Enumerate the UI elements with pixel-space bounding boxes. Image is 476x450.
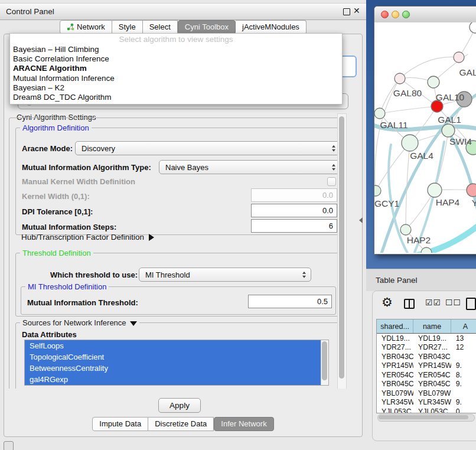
network-node-hap2[interactable] [400, 224, 411, 235]
mi-threshold-field[interactable]: 0.5 [248, 295, 332, 308]
network-window-titlebar[interactable] [374, 6, 476, 23]
algorithm-definition-group: Algorithm Definition Aracne Mode: Discov… [15, 128, 343, 235]
network-canvas[interactable]: GALGAL80GAL10GAL1GAL11SWI4GAL4GCY1HAP4YH… [374, 22, 476, 253]
column-header-shared[interactable]: shared... [377, 319, 413, 333]
threshold-definition-legend: Threshold Definition [20, 249, 93, 257]
column-header-a[interactable]: A [451, 319, 476, 333]
deselect-all-checkboxes-icon[interactable]: ☐☐ [445, 298, 461, 307]
attributes-scrollbar-thumb[interactable] [322, 341, 327, 380]
network-node-gal10[interactable] [428, 76, 439, 88]
tab-jactivemnodules[interactable]: jActiveMNodules [236, 20, 307, 34]
table-row[interactable]: YDR27...YDR27...12 [377, 343, 476, 353]
algorithm-option-dream8-dc-tdc-algorithm[interactable]: Dream8 DC_TDC Algorithm [10, 93, 342, 102]
table-row[interactable]: YER054CYER054C8. [377, 370, 476, 380]
network-node[interactable] [470, 22, 476, 33]
tab-style[interactable]: Style [112, 20, 143, 34]
tab-select[interactable]: Select [143, 20, 178, 34]
tab-impute-data[interactable]: Impute Data [92, 417, 148, 431]
columns-icon[interactable] [404, 299, 415, 309]
table-cell: YBL079W [377, 389, 413, 398]
attribute-item-betweennesscentrality[interactable]: BetweennessCentrality [25, 363, 328, 374]
float-window-icon[interactable] [343, 8, 350, 15]
dpi-tolerance-field[interactable]: 0.0 [251, 204, 337, 217]
table-cell [451, 352, 476, 361]
network-node-gal4[interactable] [402, 135, 418, 151]
which-threshold-select[interactable]: MI Threshold [139, 268, 311, 282]
splitter-collapse-icon[interactable] [359, 217, 363, 223]
table-cell: YDL19... [413, 334, 451, 343]
dpi-tolerance-label: DPI Tolerance [0,1]: [22, 207, 93, 216]
gear-icon[interactable]: ⚙ [382, 295, 393, 309]
table-cell: 9. [451, 361, 476, 371]
network-edge[interactable] [376, 143, 410, 191]
network-node-y[interactable] [467, 184, 476, 197]
screenshot-root: Control Panel ✕ NetworkStyleSelectCyni T… [0, 0, 476, 450]
table-cell: YJL053C [377, 407, 413, 413]
table-cell: YBR045C [413, 380, 451, 389]
mi-type-select[interactable]: Naive Bayes [159, 160, 341, 174]
network-node-gcy1[interactable] [374, 185, 381, 196]
kernel-width-field[interactable]: 0.0 [251, 188, 337, 202]
attribute-item-selfloops[interactable]: SelfLoops [25, 340, 328, 351]
network-edge[interactable] [380, 106, 437, 113]
sources-legend[interactable]: Sources for Network Inference [20, 318, 139, 327]
table-row[interactable]: YBL079WYBL079W [377, 389, 476, 398]
network-node-gal80[interactable] [395, 73, 405, 84]
attribute-item-topologicalcoefficient[interactable]: TopologicalCoefficient [25, 351, 328, 363]
table-hscrollbar[interactable] [377, 414, 475, 422]
aracne-mode-select[interactable]: Discovery [75, 141, 341, 155]
algorithm-option-mutual-information-inference[interactable]: Mutual Information Inference [10, 74, 342, 83]
table-cell [451, 389, 476, 398]
select-all-checkboxes-icon[interactable]: ☑☑ [425, 298, 441, 307]
mi-type-label: Mutual Information Algorithm Type: [22, 163, 151, 172]
network-node-gal11[interactable] [374, 108, 385, 119]
data-attributes-list[interactable]: SelfLoopsTopologicalCoefficientBetweenne… [24, 340, 329, 386]
zoom-traffic-light-icon[interactable] [402, 11, 410, 18]
table-cell: YBR043C [377, 352, 413, 361]
algorithm-option-bayesian-k2[interactable]: Bayesian – K2 [10, 83, 342, 93]
table-row[interactable]: YBR045CYBR045C9. [377, 380, 476, 389]
column-header-name[interactable]: name [413, 319, 451, 333]
network-icon [67, 23, 74, 31]
table-cell: 9. [451, 380, 476, 389]
minimize-traffic-light-icon[interactable] [392, 11, 399, 18]
close-icon[interactable]: ✕ [353, 6, 360, 15]
table-cell: YER054C [377, 370, 413, 380]
combo-arrows-icon [332, 164, 335, 171]
tab-infer-network[interactable]: Infer Network [214, 417, 273, 431]
tab-network[interactable]: Network [60, 20, 112, 34]
table-row[interactable]: YDL19...YDL19...13 [377, 334, 476, 343]
apply-button[interactable]: Apply [158, 398, 201, 413]
table-row[interactable]: YJL053CYJL053C0. [377, 407, 476, 413]
network-node[interactable] [421, 247, 432, 253]
settings-scrollbar[interactable] [337, 113, 347, 389]
tab-label: Impute Data [99, 419, 141, 428]
table-row[interactable]: YPR145WYPR145W9. [377, 361, 476, 371]
tab-cyni-toolbox[interactable]: Cyni Toolbox [178, 20, 236, 34]
settings-scrollbar-thumb[interactable] [339, 116, 344, 379]
algorithm-option-basic-correlation-inference[interactable]: Basic Correlation Inference [10, 54, 342, 64]
tab-discretize-data[interactable]: Discretize Data [148, 417, 214, 431]
attribute-item-gal4rgexp[interactable]: gal4RGexp [25, 374, 328, 385]
combo-arrows-icon [302, 272, 306, 278]
tab-label: Discretize Data [155, 419, 207, 428]
network-node-swi4[interactable] [442, 124, 455, 137]
hub-definition-toggle[interactable]: Hub/Transcription Factor Definition [21, 233, 154, 242]
function-builder-icon[interactable] [466, 298, 476, 310]
close-traffic-light-icon[interactable] [381, 11, 389, 18]
network-node-hap4[interactable] [428, 183, 442, 197]
table-cell: YLR345W [413, 398, 451, 407]
table-hscrollbar-thumb[interactable] [379, 415, 468, 419]
sources-legend-label: Sources for Network Inference [22, 318, 126, 327]
table-row[interactable]: YBR043CYBR043C [377, 352, 476, 361]
algorithm-option-aracne-algorithm[interactable]: ARACNE Algorithm [10, 64, 342, 73]
mi-steps-field[interactable]: 6 [251, 219, 337, 233]
node-table: shared...nameA YDL19...YDL19...13YDR27..… [376, 319, 476, 413]
attributes-scrollbar[interactable] [321, 340, 328, 385]
network-node-gal[interactable] [454, 52, 464, 63]
table-row[interactable]: YLR345WYLR345W9. [377, 398, 476, 407]
network-edge[interactable] [381, 93, 476, 253]
dock-corner-icon[interactable] [4, 441, 14, 450]
algorithm-option-bayesian-hill-climbing[interactable]: Bayesian – Hill Climbing [10, 45, 342, 54]
manual-kernel-checkbox[interactable] [327, 177, 336, 186]
